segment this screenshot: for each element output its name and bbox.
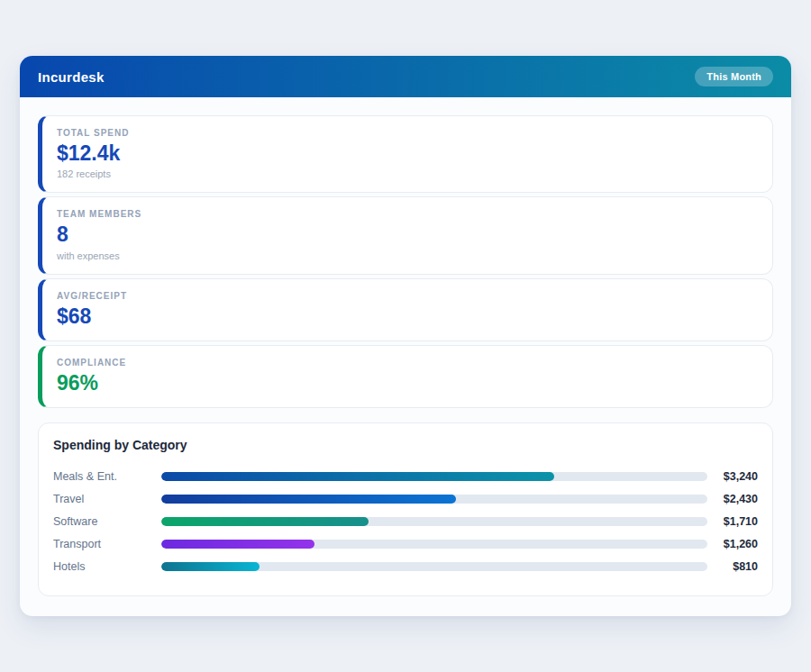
bar-fill-hotels: [161, 562, 260, 571]
category-value: $1,260: [707, 538, 758, 550]
stat-value: $68: [57, 305, 758, 328]
bar-fill-meals: [161, 472, 554, 481]
category-value: $3,240: [707, 470, 758, 483]
spending-chart-card: Spending by Category Meals & Ent. $3,240…: [38, 422, 773, 596]
app-title: Incurdesk: [38, 69, 105, 85]
stat-subtitle: with expenses: [57, 250, 758, 261]
dashboard-panel: Incurdesk This Month TOTAL SPEND $12.4k …: [20, 56, 791, 616]
stat-label: AVG/RECEIPT: [57, 291, 758, 301]
category-value: $1,710: [707, 515, 758, 528]
chart-row-transport: Transport $1,260: [53, 532, 758, 555]
chart-row-hotels: Hotels $810: [53, 555, 758, 577]
bar-track: [161, 472, 707, 481]
bar-fill-software: [161, 517, 369, 526]
category-value: $2,430: [707, 493, 758, 505]
bar-track: [161, 540, 707, 549]
stat-card-compliance: COMPLIANCE 96%: [38, 345, 773, 408]
category-label: Hotels: [53, 560, 161, 573]
category-label: Meals & Ent.: [53, 470, 161, 483]
stat-label: TEAM MEMBERS: [57, 209, 758, 219]
stat-value: $12.4k: [57, 142, 758, 165]
bar-fill-travel: [161, 495, 456, 504]
category-label: Software: [53, 515, 161, 528]
category-value: $810: [707, 560, 758, 573]
stat-label: COMPLIANCE: [57, 358, 758, 368]
chart-title: Spending by Category: [53, 438, 758, 452]
stat-card-avg-receipt: AVG/RECEIPT $68: [38, 278, 773, 341]
stat-label: TOTAL SPEND: [57, 128, 758, 138]
bar-fill-transport: [161, 540, 314, 549]
chart-row-meals: Meals & Ent. $3,240: [53, 465, 758, 487]
bar-track: [161, 495, 707, 504]
app-header: Incurdesk This Month: [20, 56, 791, 97]
period-badge[interactable]: This Month: [695, 67, 773, 86]
category-label: Transport: [53, 538, 161, 550]
stat-card-total-spend: TOTAL SPEND $12.4k 182 receipts: [38, 115, 773, 193]
chart-row-travel: Travel $2,430: [53, 487, 758, 510]
stat-subtitle: 182 receipts: [57, 168, 758, 179]
category-label: Travel: [53, 493, 161, 505]
stat-value: 96%: [57, 372, 758, 395]
dashboard-content: TOTAL SPEND $12.4k 182 receipts TEAM MEM…: [20, 97, 791, 616]
bar-track: [161, 517, 707, 526]
chart-row-software: Software $1,710: [53, 510, 758, 532]
bar-track: [161, 562, 707, 571]
stat-value: 8: [57, 223, 758, 246]
stat-card-team-members: TEAM MEMBERS 8 with expenses: [38, 196, 773, 274]
